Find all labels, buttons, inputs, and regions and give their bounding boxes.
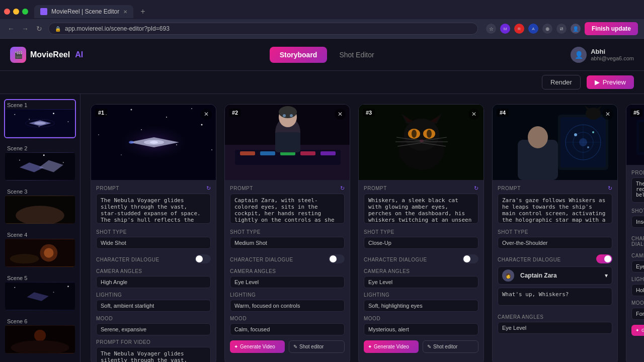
- shot-3-refresh-button[interactable]: ↻: [474, 185, 479, 192]
- svg-point-33: [166, 117, 167, 118]
- shot-3-shot-editor-button[interactable]: ✎ Shot editor: [423, 340, 478, 353]
- shot-1-camera-label: CAMERA ANGLES: [96, 268, 211, 274]
- shot-4-close-button[interactable]: ✕: [602, 109, 613, 120]
- shot-4-char-select[interactable]: 👩 Captain Zara ▾: [498, 266, 612, 285]
- bookmark-icon[interactable]: ☆: [486, 24, 496, 34]
- shot-2-lighting-input[interactable]: [230, 300, 345, 312]
- shot-3-content: PROMPT ↻ SHOT TYPE CHARACTER DIALOGUE CA…: [359, 180, 484, 358]
- sidebar-item-scene-1[interactable]: Scene 1: [4, 99, 76, 138]
- tab-storyboard[interactable]: Storyboard: [270, 47, 328, 63]
- sidebar-item-scene-5[interactable]: Scene 5: [4, 272, 76, 311]
- shot-2-close-button[interactable]: ✕: [335, 109, 346, 120]
- tab-favicon: [40, 8, 47, 15]
- scene-4-label: Scene 4: [5, 230, 75, 239]
- shot-3-char-dialogue-toggle[interactable]: [462, 254, 478, 263]
- shot-2-refresh-button[interactable]: ↻: [340, 185, 345, 192]
- sidebar-item-scene-3[interactable]: Scene 3: [4, 186, 76, 225]
- generate-icon: ✦: [234, 344, 238, 349]
- shot-4-dialogue-input[interactable]: [498, 288, 612, 306]
- extension-icon-2[interactable]: R: [514, 24, 524, 34]
- shot-5-shot-type-input[interactable]: [631, 216, 644, 228]
- shot-1-prompt-video-input[interactable]: [96, 347, 211, 362]
- svg-point-1: [14, 114, 15, 115]
- sidebar-item-scene-4[interactable]: Scene 4: [4, 229, 76, 268]
- shot-4-refresh-button[interactable]: ↻: [608, 185, 613, 192]
- shot-5-camera-input[interactable]: [631, 260, 644, 273]
- render-button[interactable]: Render: [542, 75, 581, 89]
- shot-3-lighting-label: LIGHTING: [364, 292, 478, 298]
- shot-1-char-dialogue-toggle[interactable]: [195, 254, 211, 263]
- shot-1-camera-input[interactable]: [96, 276, 211, 288]
- shot-1-prompt-input[interactable]: [96, 194, 211, 224]
- shot-2-generate-video-button[interactable]: ✦ Generate Video: [230, 340, 285, 353]
- shot-3-shot-type-input[interactable]: [364, 237, 478, 249]
- browser-tab[interactable]: MovieReel | Scene Editor ✕: [34, 5, 133, 18]
- shot-2-camera-input[interactable]: [230, 276, 345, 288]
- shot-3-camera-input[interactable]: [364, 276, 478, 288]
- shot-2-shot-type-input[interactable]: [230, 237, 345, 249]
- close-window-button[interactable]: [4, 9, 10, 15]
- shot-2-prompt-input[interactable]: [230, 194, 345, 224]
- canvas-area: #1 ✕ PROMPT ↻ SHOT TYPE CHARACTER DIALOG…: [80, 94, 644, 362]
- shot-1-char-dialogue-label: CHARACTER DIALOGUE: [96, 257, 159, 262]
- tab-close-button[interactable]: ✕: [123, 9, 127, 15]
- shot-4-char-dialogue-row: CHARACTER DIALOGUE: [498, 253, 612, 264]
- scene-5-label: Scene 5: [5, 273, 75, 282]
- shot-5-char-dialogue-label: CHARACTER DIALO...: [631, 236, 644, 247]
- shot-1-lighting-input[interactable]: [96, 300, 211, 312]
- back-button[interactable]: ←: [6, 25, 16, 33]
- shot-5-generate-video-button[interactable]: ✦ Generate Vi...: [631, 325, 644, 336]
- shot-1-refresh-button[interactable]: ↻: [206, 185, 211, 192]
- play-icon: ▶: [595, 78, 600, 86]
- shot-4-shot-type-input[interactable]: [498, 237, 612, 249]
- shot-3-close-button[interactable]: ✕: [468, 109, 479, 120]
- sidebar-item-scene-2[interactable]: Scene 2: [4, 142, 76, 182]
- extensions-icon[interactable]: ⧄: [556, 24, 567, 34]
- shot-4-toggle-knob: [604, 255, 611, 262]
- shot-5-mood-input[interactable]: [631, 308, 644, 320]
- shot-3-lighting-input[interactable]: [364, 300, 478, 312]
- scene-3-thumb: [5, 196, 75, 224]
- shot-4-prompt-input[interactable]: [498, 194, 612, 224]
- profile-icon[interactable]: 👤: [571, 24, 581, 34]
- shot-4-camera-input[interactable]: [498, 322, 612, 334]
- shot-2-char-dialogue-row: CHARACTER DIALOGUE: [230, 253, 345, 264]
- shot-2-camera-label: CAMERA ANGLES: [230, 268, 345, 274]
- svg-point-11: [43, 154, 45, 156]
- shot-5-prompt-input[interactable]: [631, 177, 644, 203]
- shot-2-mood-input[interactable]: [230, 323, 345, 335]
- extension-icon-3[interactable]: A: [528, 24, 538, 34]
- svg-point-83: [528, 126, 548, 148]
- scene-6-label: Scene 6: [5, 316, 75, 325]
- shot-4-char-dialogue-toggle[interactable]: [596, 254, 612, 263]
- sidebar-item-scene-6[interactable]: Scene 6: [4, 315, 76, 354]
- reload-button[interactable]: ↻: [34, 25, 44, 33]
- shot-2-char-dialogue-toggle[interactable]: [329, 254, 345, 263]
- shot-2-action-row: ✦ Generate Video ✎ Shot editor: [230, 340, 345, 353]
- user-avatar: 👤: [571, 47, 587, 63]
- shot-5-lighting-input[interactable]: [631, 284, 644, 296]
- shot-1-close-button[interactable]: ✕: [201, 109, 212, 120]
- tab-shot-editor[interactable]: Shot Editor: [329, 47, 384, 63]
- maximize-window-button[interactable]: [22, 9, 28, 15]
- extension-icon-1[interactable]: M: [500, 24, 510, 34]
- shot-3-prompt-input[interactable]: [364, 194, 478, 224]
- scene-4-thumb: [5, 239, 75, 267]
- preview-button[interactable]: ▶ Preview: [587, 75, 634, 89]
- minimize-window-button[interactable]: [13, 9, 19, 15]
- shot-2-lighting-label: LIGHTING: [230, 292, 345, 298]
- finish-update-button[interactable]: Finish update: [585, 22, 638, 35]
- shot-3-mood-input[interactable]: [364, 323, 478, 335]
- shot-3-camera-label: CAMERA ANGLES: [364, 268, 478, 274]
- extension-icon-4[interactable]: ⊕: [542, 24, 552, 34]
- svg-point-4: [68, 121, 69, 122]
- forward-button[interactable]: →: [20, 25, 30, 33]
- shot-1-mood-label: MOOD: [96, 316, 211, 321]
- shot-1-shot-type-input[interactable]: [96, 237, 211, 249]
- shot-1-mood-input[interactable]: [96, 323, 211, 335]
- url-bar[interactable]: 🔒 app.moviereel.io/scene-editor?pId=693: [48, 23, 478, 35]
- shot-3-char-dialogue-row: CHARACTER DIALOGUE: [364, 253, 478, 264]
- new-tab-button[interactable]: +: [135, 4, 150, 19]
- shot-3-generate-video-button[interactable]: ✦ Generate Video: [364, 340, 419, 353]
- shot-2-shot-editor-button[interactable]: ✎ Shot editor: [289, 340, 345, 353]
